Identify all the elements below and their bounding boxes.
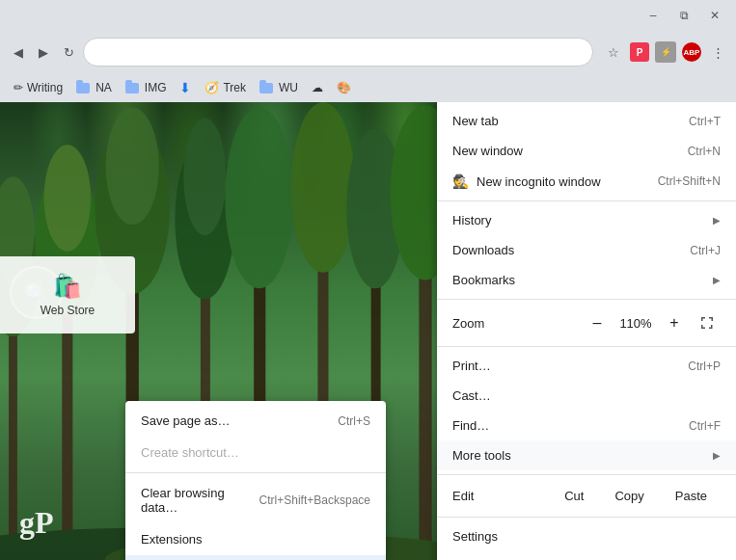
toolbar: ◀ ▶ ↻ ☆ P ⚡ ABP ⋮ (0, 31, 736, 73)
svg-point-8 (106, 108, 159, 226)
gp-logo: gP (19, 505, 54, 541)
svg-point-13 (225, 108, 293, 289)
new-tab-item[interactable]: New tab Ctrl+T (437, 106, 736, 136)
web-store-label: Web Store (41, 304, 95, 317)
history-item[interactable]: History ▶ (437, 205, 736, 235)
zoom-plus-button[interactable]: + (659, 307, 690, 338)
bookmark-cloud[interactable]: ☁ (306, 79, 329, 96)
save-page-shortcut: Ctrl+S (338, 414, 370, 428)
edit-section: Edit Cut Copy Paste (437, 475, 736, 518)
abp-icon[interactable]: ABP (682, 42, 701, 62)
nav-items-section: History ▶ Downloads Ctrl+J Bookmarks ▶ (437, 201, 736, 300)
svg-rect-3 (62, 294, 72, 560)
minimize-button[interactable]: – (640, 5, 667, 26)
bookmarks-item[interactable]: Bookmarks ▶ (437, 265, 736, 295)
forward-button[interactable]: ▶ (33, 41, 54, 63)
edit-row: Edit Cut Copy Paste (437, 479, 736, 513)
bookmark-img[interactable]: IMG (120, 79, 173, 96)
print-item[interactable]: Print… Ctrl+P (437, 351, 736, 381)
bookmark-writing[interactable]: ✏ Writing (8, 79, 68, 96)
web-store-card[interactable]: 🛍️ Web Store (0, 256, 135, 333)
history-arrow: ▶ (713, 215, 721, 226)
save-page-as-item[interactable]: Save page as… Ctrl+S (125, 405, 386, 437)
clear-browsing-label: Clear browsing data… (141, 486, 259, 515)
new-tab-label: New tab (452, 114, 681, 128)
svg-rect-0 (9, 315, 17, 560)
new-incognito-item[interactable]: 🕵 New incognito window Ctrl+Shift+N (437, 166, 736, 197)
bookmark-star-icon[interactable]: ☆ (603, 41, 624, 63)
bookmark-na[interactable]: NA (70, 79, 118, 96)
fullscreen-icon (699, 315, 715, 331)
more-tools-submenu: Save page as… Ctrl+S Create shortcut… Cl… (125, 401, 386, 560)
downloads-shortcut: Ctrl+J (690, 244, 721, 257)
maximize-button[interactable]: ⧉ (670, 5, 697, 26)
bookmark-label: NA (95, 81, 112, 94)
extensions-label: Extensions (141, 532, 370, 547)
save-page-as-label: Save page as… (141, 413, 338, 428)
cast-label: Cast… (452, 388, 721, 403)
zoom-value: 110% (613, 316, 659, 331)
find-item[interactable]: Find… Ctrl+F (437, 411, 736, 440)
zoom-minus-button[interactable]: – (582, 307, 613, 338)
folder-icon (259, 83, 273, 93)
trek-icon: 🧭 (204, 81, 219, 94)
clear-browsing-item[interactable]: Clear browsing data… Ctrl+Shift+Backspac… (125, 477, 386, 523)
bookmark-color[interactable]: 🎨 (331, 79, 357, 96)
svg-point-11 (183, 119, 226, 236)
svg-point-15 (291, 102, 355, 273)
new-items-section: New tab Ctrl+T New window Ctrl+N 🕵 New i… (437, 102, 736, 201)
bookmark-wu[interactable]: WU (254, 79, 304, 96)
incognito-icon: 🕵 (452, 173, 469, 189)
cast-item[interactable]: Cast… (437, 381, 736, 411)
settings-section: Settings Help ▶ (437, 518, 736, 560)
clear-browsing-shortcut: Ctrl+Shift+Backspace (259, 493, 370, 507)
web-store-icon: 🛍️ (53, 273, 82, 300)
create-shortcut-item[interactable]: Create shortcut… (125, 437, 386, 468)
copy-button[interactable]: Copy (601, 483, 657, 509)
new-window-item[interactable]: New window Ctrl+N (437, 136, 736, 166)
zoom-fullscreen-button[interactable] (694, 309, 721, 336)
back-button[interactable]: ◀ (8, 41, 29, 63)
more-tools-item[interactable]: More tools ▶ (437, 440, 736, 470)
svg-rect-18 (419, 256, 431, 560)
bookmark-trek[interactable]: 🧭 Trek (199, 79, 252, 96)
bookmark-label: Writing (27, 81, 63, 94)
bookmarks-bar: ✏ Writing NA IMG ⬇ 🧭 Trek WU ☁ 🎨 (0, 73, 736, 102)
more-tools-label: More tools (452, 448, 701, 463)
paste-button[interactable]: Paste (662, 483, 721, 509)
download-icon: ⬇ (179, 80, 191, 95)
downloads-item[interactable]: Downloads Ctrl+J (437, 235, 736, 265)
cut-button[interactable]: Cut (551, 483, 597, 509)
writing-icon: ✏ (14, 81, 23, 94)
new-incognito-shortcut: Ctrl+Shift+N (658, 174, 721, 188)
more-tools-arrow: ▶ (713, 450, 721, 461)
edit-label: Edit (452, 489, 547, 503)
new-window-label: New window (452, 144, 680, 158)
find-shortcut: Ctrl+F (689, 419, 721, 433)
new-incognito-label: New incognito window (477, 174, 650, 189)
address-bar[interactable] (83, 38, 593, 67)
color-icon: 🎨 (337, 81, 351, 94)
settings-label: Settings (452, 529, 721, 544)
reload-button[interactable]: ↻ (58, 41, 79, 63)
zoom-label: Zoom (452, 316, 582, 331)
content-area: 🔍 🛍️ Web Store gP Save page as… Ctrl+S C… (0, 102, 736, 560)
help-item[interactable]: Help ▶ (437, 551, 736, 560)
extension-icon[interactable]: ⚡ (655, 41, 676, 63)
menu-button[interactable]: ⋮ (707, 41, 728, 63)
settings-item[interactable]: Settings (437, 521, 736, 551)
title-bar: – ⧉ ✕ (0, 0, 736, 31)
bookmark-label: WU (279, 81, 298, 94)
task-manager-item[interactable]: Task manager Search+Esc (125, 555, 386, 560)
new-window-shortcut: Ctrl+N (688, 145, 721, 158)
bookmark-download[interactable]: ⬇ (174, 78, 197, 97)
close-button[interactable]: ✕ (701, 5, 728, 26)
zoom-section: Zoom – 110% + (437, 300, 736, 347)
cloud-icon: ☁ (312, 81, 323, 94)
downloads-label: Downloads (452, 243, 682, 257)
print-label: Print… (452, 359, 680, 373)
print-shortcut: Ctrl+P (688, 360, 721, 373)
history-label: History (452, 213, 701, 227)
pocket-icon[interactable]: P (630, 42, 649, 62)
extensions-item[interactable]: Extensions (125, 523, 386, 555)
